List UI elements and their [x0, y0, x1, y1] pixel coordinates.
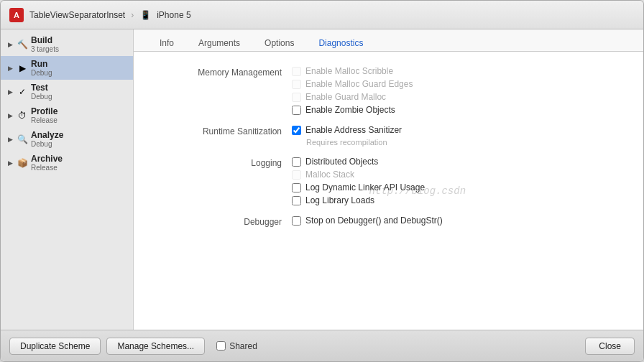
malloc-guard-edges-checkbox[interactable] — [292, 80, 301, 89]
analyze-text: Analyze Debug — [31, 130, 63, 148]
device-name: iPhone 5 — [157, 10, 190, 20]
settings-content: Memory Management Enable Malloc Scribble… — [134, 52, 643, 251]
runtime-sanitization-label: Runtime Sanitization — [162, 125, 292, 136]
run-arrow: ▶ — [6, 65, 14, 72]
malloc-guard-edges-row: Enable Malloc Guard Edges — [292, 79, 413, 89]
malloc-scribble-label: Enable Malloc Scribble — [305, 66, 393, 76]
requires-recompilation-text: Requires recompilation — [306, 138, 402, 147]
content-wrapper: Memory Management Enable Malloc Scribble… — [134, 52, 643, 330]
sidebar-item-analyze[interactable]: ▶ 🔍 Analyze Debug — [1, 127, 133, 151]
build-icon: 🔨 — [17, 39, 28, 50]
dynamic-linker-checkbox[interactable] — [292, 183, 301, 192]
archive-icon: 📦 — [17, 157, 28, 169]
tab-options[interactable]: Options — [253, 35, 305, 51]
app-name: TableViewSeparatorInset — [29, 10, 125, 20]
content-panel: Info Arguments Options Diagnostics Memor… — [134, 29, 643, 330]
dynamic-linker-label: Log Dynamic Linker API Usage — [305, 182, 425, 192]
malloc-scribble-row: Enable Malloc Scribble — [292, 66, 413, 76]
sidebar-item-run[interactable]: ▶ ▶ Run Debug — [1, 56, 133, 80]
guard-malloc-checkbox[interactable] — [292, 93, 301, 102]
zombie-objects-checkbox[interactable] — [292, 106, 301, 115]
address-sanitizer-label: Enable Address Sanitizer — [305, 125, 402, 135]
logging-options: Distributed Objects Malloc Stack Log Dyn… — [292, 157, 425, 205]
debugger-options: Stop on Debugger() and DebugStr() — [292, 215, 443, 226]
malloc-stack-checkbox[interactable] — [292, 170, 301, 180]
dynamic-linker-row: Log Dynamic Linker API Usage — [292, 182, 425, 192]
runtime-sanitization-options: Enable Address Sanitizer Requires recomp… — [292, 125, 402, 147]
run-icon: ▶ — [17, 62, 28, 74]
shared-label: Shared — [229, 341, 257, 351]
library-loads-checkbox[interactable] — [292, 196, 301, 205]
sidebar: ▶ 🔨 Build 3 targets ▶ ▶ Run Debug ▶ ✓ — [1, 29, 134, 330]
analyze-label: Analyze — [31, 130, 63, 140]
archive-sublabel: Release — [31, 164, 63, 172]
test-text: Test Debug — [31, 83, 52, 101]
distributed-objects-row: Distributed Objects — [292, 157, 425, 167]
sidebar-item-test[interactable]: ▶ ✓ Test Debug — [1, 80, 133, 103]
title-bar: A TableViewSeparatorInset › 📱 iPhone 5 — [1, 1, 643, 29]
malloc-stack-row: Malloc Stack — [292, 170, 425, 180]
analyze-arrow: ▶ — [6, 136, 14, 143]
zombie-objects-label: Enable Zombie Objects — [305, 105, 395, 115]
duplicate-scheme-button[interactable]: Duplicate Scheme — [9, 338, 101, 355]
guard-malloc-label: Enable Guard Malloc — [305, 92, 386, 102]
address-sanitizer-checkbox[interactable] — [292, 126, 301, 135]
close-button[interactable]: Close — [585, 338, 635, 355]
run-label: Run — [31, 59, 52, 69]
archive-arrow: ▶ — [6, 159, 14, 167]
archive-label: Archive — [31, 154, 63, 164]
tab-diagnostics[interactable]: Diagnostics — [307, 35, 374, 51]
manage-schemes-button[interactable]: Manage Schemes... — [106, 338, 205, 355]
memory-management-label: Memory Management — [162, 66, 292, 78]
main-window: A TableViewSeparatorInset › 📱 iPhone 5 ▶… — [0, 0, 644, 362]
test-label: Test — [31, 83, 52, 93]
debugger-label: Debugger — [162, 215, 292, 227]
address-sanitizer-row: Enable Address Sanitizer — [292, 125, 402, 135]
zombie-objects-row: Enable Zombie Objects — [292, 105, 413, 115]
profile-icon: ⏱ — [17, 110, 28, 121]
test-arrow: ▶ — [6, 88, 14, 96]
analyze-icon: 🔍 — [17, 134, 28, 145]
archive-text: Archive Release — [31, 154, 63, 172]
stop-debugger-label: Stop on Debugger() and DebugStr() — [305, 215, 443, 226]
profile-text: Profile Release — [31, 106, 58, 124]
malloc-stack-label: Malloc Stack — [305, 170, 354, 180]
guard-malloc-row: Enable Guard Malloc — [292, 92, 413, 102]
malloc-guard-edges-label: Enable Malloc Guard Edges — [305, 79, 413, 89]
distributed-objects-checkbox[interactable] — [292, 157, 301, 167]
logging-label: Logging — [162, 157, 292, 168]
library-loads-row: Log Library Loads — [292, 195, 425, 205]
build-text: Build 3 targets — [31, 35, 59, 53]
bottom-bar: Duplicate Scheme Manage Schemes... Share… — [1, 330, 643, 361]
distributed-objects-label: Distributed Objects — [305, 157, 378, 167]
sidebar-item-profile[interactable]: ▶ ⏱ Profile Release — [1, 103, 133, 127]
build-label: Build — [31, 35, 59, 45]
shared-option: Shared — [216, 341, 257, 351]
tab-arguments[interactable]: Arguments — [187, 35, 252, 51]
shared-checkbox[interactable] — [216, 341, 226, 351]
tabs-bar: Info Arguments Options Diagnostics — [134, 29, 643, 52]
stop-debugger-checkbox[interactable] — [292, 216, 301, 226]
logging-section: Logging Distributed Objects Malloc Stack — [162, 157, 615, 205]
run-text: Run Debug — [31, 59, 52, 77]
profile-label: Profile — [31, 106, 58, 116]
library-loads-label: Log Library Loads — [305, 195, 374, 205]
test-sublabel: Debug — [31, 93, 52, 101]
title-separator: › — [131, 10, 134, 20]
analyze-sublabel: Debug — [31, 140, 63, 148]
stop-debugger-row: Stop on Debugger() and DebugStr() — [292, 215, 443, 226]
malloc-scribble-checkbox[interactable] — [292, 67, 301, 76]
tab-info[interactable]: Info — [148, 35, 185, 51]
profile-sublabel: Release — [31, 116, 58, 124]
debugger-section: Debugger Stop on Debugger() and DebugStr… — [162, 215, 615, 227]
build-arrow: ▶ — [6, 41, 14, 48]
runtime-sanitization-section: Runtime Sanitization Enable Address Sani… — [162, 125, 615, 147]
build-sublabel: 3 targets — [31, 45, 59, 53]
run-sublabel: Debug — [31, 69, 52, 77]
device-icon: 📱 — [139, 9, 151, 21]
sidebar-item-archive[interactable]: ▶ 📦 Archive Release — [1, 151, 133, 175]
test-icon: ✓ — [17, 86, 28, 98]
app-logo: A — [9, 8, 24, 22]
memory-management-options: Enable Malloc Scribble Enable Malloc Gua… — [292, 66, 413, 115]
sidebar-item-build[interactable]: ▶ 🔨 Build 3 targets — [1, 32, 133, 56]
